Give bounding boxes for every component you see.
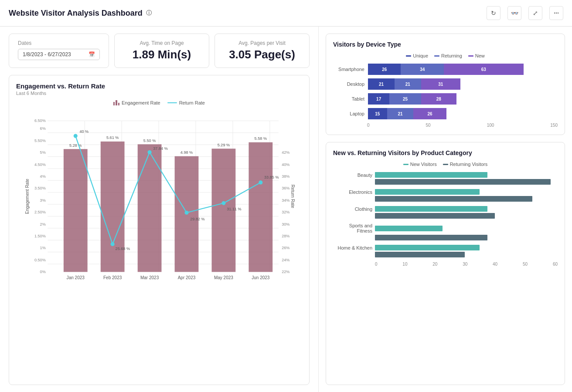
svg-point-62 [148,150,152,154]
category-group: Electronics [333,189,558,202]
date-range-input[interactable]: 1/8/2023 - 6/27/2023 📅 [18,49,100,60]
svg-rect-50 [138,144,162,272]
ret-bar [375,213,495,219]
cat-label-main: Sports and Fitness [333,223,372,233]
new-bar [375,226,443,231]
page-title: Website Visitor Analysis Dashboard ⓘ [9,9,152,18]
unique-segment: 26 [368,64,401,75]
svg-text:22%: 22% [282,270,289,274]
svg-text:Feb 2023: Feb 2023 [103,275,122,280]
device-bar-row: Desktop212131 [333,78,558,90]
engagement-chart-card: Engagement vs. Return Rate Last 6 Months… [9,75,310,385]
device-bar-row: Smartphone263463 [333,64,558,75]
returning-segment: 21 [387,108,414,119]
engagement-legend: Engagement Rate Return Rate [113,100,205,105]
new-legend: New [475,53,485,58]
device-chart-card: Visitors by Device Type Unique Returning… [326,34,565,135]
category-group: Home & Kitchen [333,245,558,257]
device-label: Smartphone [333,67,364,72]
engagement-legend-label: Engagement Rate [122,100,160,105]
svg-text:2%: 2% [40,222,46,226]
returning-segment: 25 [389,93,421,105]
svg-point-66 [221,201,225,205]
svg-text:3.50%: 3.50% [34,186,46,190]
svg-text:31.11 %: 31.11 % [227,207,241,211]
expand-button[interactable]: ⤢ [528,6,542,20]
svg-text:5%: 5% [40,150,46,155]
svg-text:Jun 2023: Jun 2023 [252,275,270,280]
svg-text:38%: 38% [282,174,289,179]
svg-text:May 2023: May 2023 [214,275,233,280]
svg-point-60 [111,242,115,246]
svg-text:0%: 0% [40,270,46,274]
category-chart-card: New vs. Returning Visitors by Product Ca… [326,142,565,385]
svg-rect-56 [249,142,272,272]
returning-visitors-legend: Returning Visitors [450,162,488,167]
svg-text:1.50%: 1.50% [34,234,46,238]
engagement-chart-subtitle: Last 6 Months [16,91,302,96]
new-bar [375,245,480,250]
svg-text:32%: 32% [282,210,289,214]
info-icon[interactable]: ⓘ [146,9,152,17]
device-label: Desktop [333,81,364,87]
svg-text:36%: 36% [282,186,289,190]
calendar-icon: 📅 [89,51,95,57]
svg-point-64 [184,211,188,215]
glasses-button[interactable]: 👓 [507,6,521,20]
svg-text:Engagement Rate: Engagement Rate [25,179,30,214]
dates-label: Dates [18,40,100,46]
cat-label-main: Clothing [333,206,372,212]
svg-text:24%: 24% [282,258,289,262]
svg-text:4.98 %: 4.98 % [180,150,193,155]
return-legend-label: Return Rate [179,100,205,105]
returning-segment: 34 [401,64,444,75]
device-bars: Smartphone263463Desktop212131Tablet17252… [333,64,558,119]
svg-text:Mar 2023: Mar 2023 [140,275,159,280]
new-bar [375,189,480,195]
device-label: Laptop [333,111,364,116]
engagement-chart-title: Engagement vs. Return Rate [16,82,302,90]
device-label: Tablet [333,96,364,101]
svg-text:Return Rate: Return Rate [290,185,295,209]
svg-text:40 %: 40 % [79,129,89,134]
new-segment: 63 [444,64,524,75]
unique-segment: 21 [368,78,395,90]
svg-text:25.68 %: 25.68 % [116,247,130,251]
svg-text:Apr 2023: Apr 2023 [178,275,196,280]
device-bar-row: Tablet172528 [333,93,558,105]
more-button[interactable]: ··· [549,6,563,20]
svg-text:5.61 %: 5.61 % [106,135,119,140]
new-segment: 26 [413,108,446,119]
new-visitors-legend: New Visitors [410,162,437,167]
cat-label-main: Home & Kitchen [333,245,372,250]
svg-text:26%: 26% [282,246,289,250]
svg-text:5.50%: 5.50% [34,139,46,143]
returning-legend: Returning [441,53,462,58]
engagement-chart-area: 0% 0.50% 1% 1.50% 2% 2.50% 3% 3.50% 4% 4… [16,109,302,293]
category-group: Beauty [333,172,558,185]
new-bar [375,206,487,212]
avg-pages-card: Avg. Pages per Visit 3.05 Page(s) [214,34,310,68]
ret-bar [375,252,465,257]
svg-text:0.50%: 0.50% [34,258,46,262]
svg-text:30%: 30% [282,222,289,226]
svg-text:28%: 28% [282,234,289,238]
unique-segment: 15 [368,108,387,119]
ret-bar [375,235,487,240]
svg-text:3%: 3% [40,198,46,203]
svg-text:42%: 42% [282,150,289,155]
category-group: Sports and Fitness [333,223,558,240]
cat-label-main: Electronics [333,189,372,195]
svg-text:33.85 %: 33.85 % [264,175,279,179]
category-group: Clothing [333,206,558,219]
title-text: Website Visitor Analysis Dashboard [9,9,143,18]
cat-label-main: Beauty [333,172,372,178]
avg-pages-label: Avg. Pages per Visit [224,40,300,46]
refresh-button[interactable]: ↻ [487,6,500,20]
ret-bar [375,196,532,202]
svg-rect-46 [64,149,88,272]
device-bar-row: Laptop152126 [333,108,558,119]
svg-text:4%: 4% [40,174,46,179]
svg-text:1%: 1% [40,246,46,250]
avg-time-value: 1.89 Min(s) [123,48,200,61]
